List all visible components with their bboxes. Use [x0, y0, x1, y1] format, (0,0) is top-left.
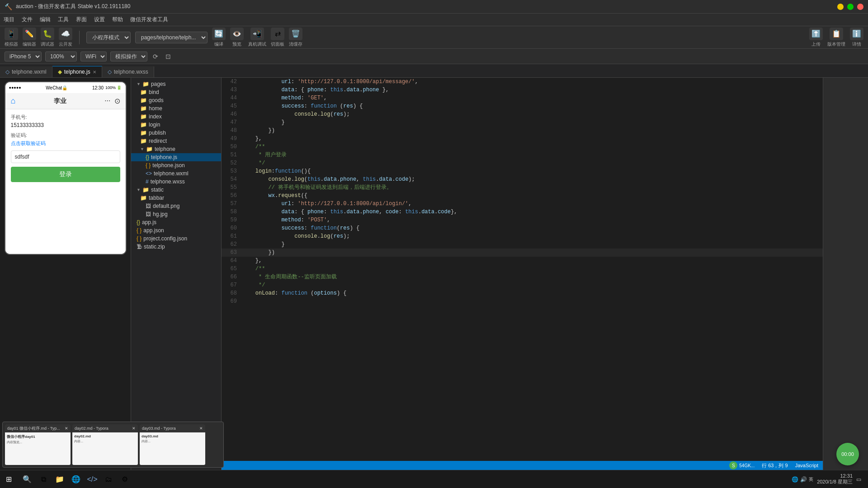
- taskbar-misc-icon[interactable]: ⚙: [118, 472, 132, 487]
- tree-default-png[interactable]: 🖼 default.png: [131, 202, 221, 210]
- tab-close-icon[interactable]: ✕: [93, 70, 96, 75]
- line-num-58: 58: [222, 208, 241, 216]
- tree-static-folder[interactable]: ▼ 📁 static: [131, 186, 221, 194]
- sys-network-icon[interactable]: 🌐: [792, 476, 798, 483]
- taskbar-search-icon[interactable]: 🔍: [20, 472, 34, 487]
- tab-js-label: telphone.js: [64, 69, 90, 75]
- operation-mode-selector[interactable]: 模拟操作: [110, 52, 147, 61]
- line-num-42: 42: [222, 78, 241, 86]
- menu-project[interactable]: 项目: [4, 16, 14, 23]
- clear-cache-button[interactable]: 🗑️ 清缓存: [289, 28, 302, 47]
- tab-telphone-wxss[interactable]: ◇ telphone.wxss: [102, 66, 154, 77]
- tree-app-js[interactable]: {} app.js: [131, 218, 221, 226]
- telphone-wxss-label: telphone.wxss: [151, 178, 185, 185]
- cloud-button[interactable]: ☁️ 云开发: [59, 28, 72, 47]
- tree-goods-folder[interactable]: 📁 goods: [131, 96, 221, 104]
- phone-code-input[interactable]: [11, 150, 120, 163]
- preview-button[interactable]: 👁️ 预览: [230, 28, 244, 47]
- tree-hg-jpg[interactable]: 🖼 hg.jpg: [131, 210, 221, 218]
- phone-video-icon[interactable]: ⊙: [114, 97, 120, 105]
- upload-icon: ⬆️: [809, 28, 823, 40]
- preview-day03-close[interactable]: ✕: [199, 426, 203, 431]
- tree-pages-folder[interactable]: ▼ 📁 pages: [131, 80, 221, 88]
- menu-help[interactable]: 帮助: [112, 16, 123, 23]
- tree-telphone-wxml[interactable]: <> telphone.wxml: [131, 169, 221, 178]
- tree-telphone-json[interactable]: { } telphone.json: [131, 161, 221, 169]
- tree-telphone-wxss[interactable]: # telphone.wxss: [131, 178, 221, 186]
- details-label: 详情: [852, 41, 861, 47]
- menu-file[interactable]: 文件: [22, 16, 33, 23]
- network-selector[interactable]: WiFi: [80, 52, 107, 61]
- compile-label: 编译: [214, 41, 223, 47]
- phone-back-icon[interactable]: ⌂: [11, 96, 16, 106]
- tree-bind-folder[interactable]: 📁 bind: [131, 88, 221, 96]
- tree-login-folder[interactable]: 📁 login: [131, 121, 221, 129]
- preview-day01-body: 微信小程序day01 内容预览...: [5, 432, 71, 465]
- preview-day01[interactable]: day01 微信小程序.md - Typ... ✕ 微信小程序day01 内容预…: [5, 424, 71, 465]
- tab-telphone-js[interactable]: ◆ telphone.js ✕: [52, 66, 102, 77]
- taskbar-explorer-icon[interactable]: 🗂: [101, 472, 116, 487]
- code-editor[interactable]: 42 url: 'http://127.0.0.1:8000/api/messa…: [222, 78, 823, 470]
- tree-tabbar-folder[interactable]: 📁 tabbar: [131, 194, 221, 202]
- maximize-button[interactable]: [847, 4, 854, 10]
- phone-get-code-link[interactable]: 点击获取验证码: [11, 140, 120, 147]
- simulator-button[interactable]: 📱 模拟器: [5, 28, 18, 47]
- tree-telphone-folder[interactable]: ▼ 📁 telphone: [131, 145, 221, 153]
- preview-day02[interactable]: day02.md - Typora ✕ day02.md 内容...: [72, 424, 138, 465]
- preview-day03[interactable]: day03.md - Typora ✕ day03.md 内容...: [140, 424, 205, 465]
- rotate-icon[interactable]: ⟳: [151, 52, 160, 61]
- path-selector[interactable]: pages/telphone/telph...: [135, 32, 208, 43]
- tree-publish-folder[interactable]: 📁 publish: [131, 129, 221, 137]
- compile-button[interactable]: 🔄 编译: [212, 28, 226, 47]
- taskbar-code-icon[interactable]: </>: [85, 472, 99, 487]
- menu-tools[interactable]: 工具: [58, 16, 69, 23]
- line-num-54: 54: [222, 175, 241, 183]
- sys-volume-icon[interactable]: 🔊: [800, 476, 807, 483]
- tree-redirect-folder[interactable]: 📁 redirect: [131, 137, 221, 145]
- phone-login-button[interactable]: 登录: [11, 167, 120, 182]
- line-num-59: 59: [222, 216, 241, 224]
- taskbar-edge-icon[interactable]: 🌐: [69, 472, 83, 487]
- fit-screen-icon[interactable]: ⊡: [164, 52, 173, 61]
- sys-ime-icon[interactable]: 英: [809, 476, 813, 483]
- menu-view[interactable]: 界面: [76, 16, 87, 23]
- line-60-content: success: function(res) {: [241, 224, 823, 232]
- mode-selector[interactable]: 小程序模式: [86, 32, 131, 43]
- tree-index-folder[interactable]: 📁 index: [131, 113, 221, 121]
- windows-start-button[interactable]: ⊞: [2, 473, 15, 485]
- show-desktop-icon[interactable]: ▭: [856, 476, 861, 483]
- tab-telphone-wxml[interactable]: ◇ telphone.wxml: [0, 66, 52, 77]
- minimize-button[interactable]: [837, 4, 844, 10]
- taskbar-task-view-icon[interactable]: ⧉: [36, 472, 51, 487]
- zoom-selector[interactable]: 100%: [45, 52, 77, 61]
- editor-button[interactable]: ✏️ 编辑器: [23, 28, 36, 47]
- menu-edit[interactable]: 编辑: [40, 16, 51, 23]
- code-content[interactable]: 42 url: 'http://127.0.0.1:8000/api/messa…: [222, 78, 823, 461]
- line-num-50: 50: [222, 143, 241, 151]
- upload-button[interactable]: ⬆️ 上传: [809, 28, 823, 47]
- tree-app-json[interactable]: { } app.json: [131, 226, 221, 235]
- tree-home-folder[interactable]: 📁 home: [131, 104, 221, 113]
- preview-day02-close[interactable]: ✕: [132, 426, 136, 431]
- device-selector[interactable]: iPhone 5: [5, 52, 42, 61]
- switch-panel-label: 切面板: [271, 41, 284, 47]
- switch-panel-button[interactable]: ⇄ 切面板: [271, 28, 284, 47]
- menu-settings[interactable]: 设置: [94, 16, 105, 23]
- floating-timer-button[interactable]: 00:00: [836, 443, 859, 465]
- details-button[interactable]: ℹ️ 详情: [850, 28, 863, 47]
- line-num-53: 53: [222, 167, 241, 175]
- real-machine-button[interactable]: 📲 真机调试: [248, 28, 266, 47]
- tree-project-config[interactable]: { } project.config.json: [131, 235, 221, 243]
- taskbar-app-preview: day01 微信小程序.md - Typ... ✕ 微信小程序day01 内容预…: [2, 422, 224, 468]
- phone-menu-icon[interactable]: ···: [104, 97, 110, 105]
- taskbar-file-icon[interactable]: 📁: [52, 472, 67, 487]
- version-button[interactable]: 📋 版本管理: [827, 28, 845, 47]
- close-button[interactable]: [857, 4, 863, 10]
- tree-telphone-js[interactable]: {} telphone.js: [131, 153, 221, 161]
- menu-wechat[interactable]: 微信开发者工具: [130, 16, 168, 23]
- debugger-button[interactable]: 🐛 调试器: [41, 28, 54, 47]
- preview-day01-close[interactable]: ✕: [65, 426, 68, 431]
- tree-static-zip[interactable]: 🗜 static.zip: [131, 243, 221, 251]
- line-52-content: */: [241, 159, 823, 167]
- code-line-62: 62 }: [222, 240, 823, 249]
